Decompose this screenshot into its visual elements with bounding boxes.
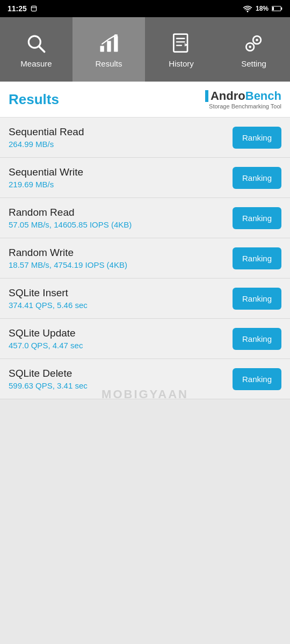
setting-icon: [242, 31, 266, 55]
benchmark-name-1: Sequential Write: [9, 166, 233, 178]
nav-item-history[interactable]: History: [145, 17, 218, 82]
svg-point-17: [249, 46, 251, 48]
nav-label-results: Results: [95, 59, 122, 68]
results-header: Results AndroBench Storage Benchmarking …: [0, 82, 290, 118]
ranking-btn-2[interactable]: Ranking: [233, 207, 281, 229]
nav-label-setting: Setting: [241, 59, 266, 68]
benchmark-info-0: Sequential Read 264.99 MB/s: [9, 126, 233, 149]
nav-bar: Measure Results History Settin: [0, 17, 290, 82]
list-item: SQLite Delete 599.63 QPS, 3.41 sec Ranki…: [0, 359, 290, 399]
svg-point-15: [256, 39, 258, 41]
benchmark-value-6: 599.63 QPS, 3.41 sec: [9, 381, 233, 390]
ranking-btn-4[interactable]: Ranking: [233, 288, 281, 310]
benchmark-value-5: 457.0 QPS, 4.47 sec: [9, 341, 233, 350]
svg-rect-7: [100, 46, 104, 52]
benchmark-info-1: Sequential Write 219.69 MB/s: [9, 166, 233, 189]
list-item: Random Read 57.05 MB/s, 14605.85 IOPS (4…: [0, 198, 290, 238]
list-item: Sequential Read 264.99 MB/s Ranking: [0, 118, 290, 158]
time-display: 11:25: [8, 4, 27, 13]
brand-tagline: Storage Benchmarking Tool: [209, 103, 281, 109]
benchmark-info-5: SQLite Update 457.0 QPS, 4.47 sec: [9, 327, 233, 350]
ranking-btn-1[interactable]: Ranking: [233, 167, 281, 189]
results-icon: [97, 31, 121, 55]
svg-rect-8: [107, 41, 111, 52]
benchmark-info-6: SQLite Delete 599.63 QPS, 3.41 sec: [9, 368, 233, 390]
battery-icon: [272, 5, 282, 12]
benchmark-info-4: SQLite Insert 374.41 QPS, 5.46 sec: [9, 287, 233, 310]
brand-name: AndroBench: [205, 89, 281, 103]
svg-rect-4: [272, 7, 274, 10]
benchmark-name-3: Random Write: [9, 247, 233, 259]
brand-blue-bar: [205, 90, 208, 102]
benchmark-value-4: 374.41 QPS, 5.46 sec: [9, 301, 233, 310]
benchmark-name-2: Random Read: [9, 207, 233, 218]
brand-logo: AndroBench Storage Benchmarking Tool: [205, 89, 281, 109]
main-content: Results AndroBench Storage Benchmarking …: [0, 82, 290, 644]
benchmark-name-0: Sequential Read: [9, 126, 233, 138]
svg-rect-0: [31, 6, 36, 11]
ranking-btn-3[interactable]: Ranking: [233, 247, 281, 269]
nav-item-results[interactable]: Results: [73, 17, 145, 82]
measure-icon: [25, 31, 48, 55]
list-item: Sequential Write 219.69 MB/s Ranking: [0, 158, 290, 198]
benchmark-name-4: SQLite Insert: [9, 287, 233, 299]
benchmark-value-1: 219.69 MB/s: [9, 180, 233, 189]
benchmark-info-3: Random Write 18.57 MB/s, 4754.19 IOPS (4…: [9, 247, 233, 269]
svg-rect-3: [281, 8, 282, 10]
nav-item-measure[interactable]: Measure: [0, 17, 73, 82]
benchmark-value-0: 264.99 MB/s: [9, 140, 233, 149]
brand-andro: Andro: [211, 89, 245, 103]
list-item: Random Write 18.57 MB/s, 4754.19 IOPS (4…: [0, 238, 290, 279]
benchmark-value-3: 18.57 MB/s, 4754.19 IOPS (4KB): [9, 260, 233, 269]
benchmark-value-2: 57.05 MB/s, 14605.85 IOPS (4KB): [9, 220, 233, 229]
status-bar: 11:25 18%: [0, 0, 290, 17]
ranking-btn-6[interactable]: Ranking: [233, 368, 281, 390]
list-item: SQLite Update 457.0 QPS, 4.47 sec Rankin…: [0, 319, 290, 359]
ranking-btn-0[interactable]: Ranking: [233, 127, 281, 149]
svg-rect-10: [173, 34, 187, 52]
nav-label-history: History: [169, 59, 194, 68]
wifi-icon: [243, 5, 252, 12]
svg-line-6: [39, 46, 44, 52]
brand-bench: Bench: [245, 89, 281, 103]
battery-display: 18%: [256, 5, 269, 12]
results-title: Results: [9, 91, 59, 108]
nav-item-setting[interactable]: Setting: [218, 17, 290, 82]
ranking-btn-5[interactable]: Ranking: [233, 328, 281, 350]
list-item: SQLite Insert 374.41 QPS, 5.46 sec Ranki…: [0, 279, 290, 319]
svg-rect-9: [114, 36, 118, 52]
content-wrapper: Results AndroBench Storage Benchmarking …: [0, 82, 290, 644]
benchmark-name-6: SQLite Delete: [9, 368, 233, 379]
benchmark-info-2: Random Read 57.05 MB/s, 14605.85 IOPS (4…: [9, 207, 233, 229]
benchmark-list: Sequential Read 264.99 MB/s Ranking Sequ…: [0, 118, 290, 399]
notification-icon: [30, 5, 38, 12]
status-right: 18%: [243, 5, 282, 12]
benchmark-name-5: SQLite Update: [9, 327, 233, 339]
history-icon: [170, 31, 193, 55]
nav-label-measure: Measure: [20, 59, 52, 68]
status-left: 11:25: [8, 4, 38, 13]
